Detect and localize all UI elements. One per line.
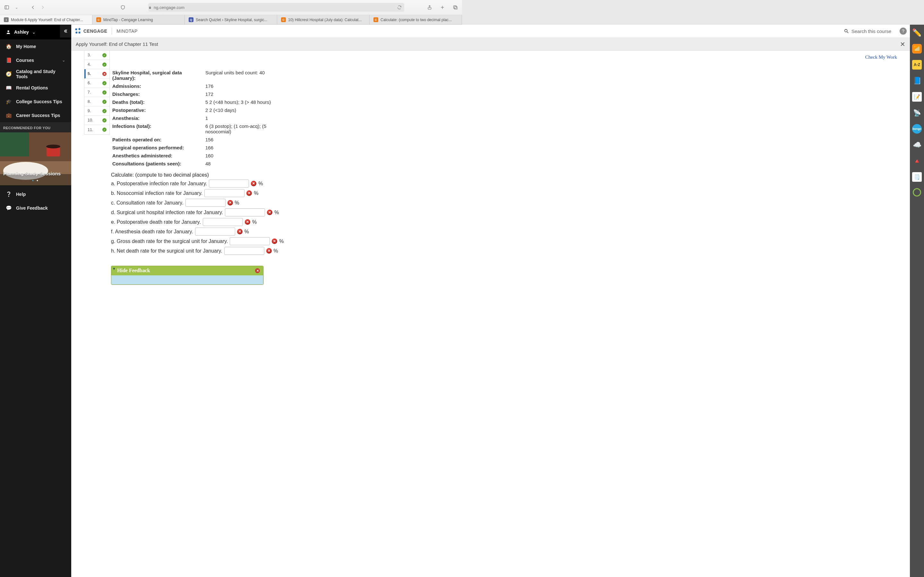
wrong-mark-icon xyxy=(246,190,252,196)
browser-tab-2[interactable]: QSearch Quizlet › Skyline Hospital, surg… xyxy=(185,15,277,24)
scenario-row: Deaths (total):5 2 (<48 hours); 3 (> 48 … xyxy=(112,98,462,106)
recommended-card[interactable]: Planning Study Sessions ● ● xyxy=(0,132,71,185)
lock-icon xyxy=(148,6,152,9)
question-nav-item[interactable]: 10.✓ xyxy=(84,116,110,125)
question-nav-item[interactable]: 7.✓ xyxy=(84,88,110,97)
calc-line: h. Net death rate for the surgical unit … xyxy=(111,247,462,255)
nav-career-tips[interactable]: 💼Career Success Tips xyxy=(0,108,71,122)
assignment-titlebar: Apply Yourself: End of Chapter 11 Test ✕ xyxy=(71,38,462,51)
check-icon: ✓ xyxy=(102,109,107,113)
scenario-value: 176 xyxy=(205,83,213,89)
close-feedback-icon[interactable]: ✕ xyxy=(255,268,260,273)
question-nav-item[interactable]: 6.✓ xyxy=(84,79,110,88)
favicon-icon: I xyxy=(4,17,9,22)
wrong-mark-icon xyxy=(266,248,272,253)
nav-feedback[interactable]: 💬Give Feedback xyxy=(0,201,71,215)
answer-input[interactable] xyxy=(224,247,264,255)
scenario-label: Discharges: xyxy=(112,91,186,97)
nav-help[interactable]: ❔Help xyxy=(0,187,71,201)
refresh-icon[interactable] xyxy=(397,5,402,10)
answer-input[interactable] xyxy=(186,199,226,207)
user-name: Ashley xyxy=(14,29,29,35)
calc-label: c. Consultation rate for January. xyxy=(111,200,184,206)
nav-my-home[interactable]: 🏠My Home xyxy=(0,39,71,53)
svg-rect-5 xyxy=(454,6,457,9)
check-icon: ✓ xyxy=(102,100,107,104)
feedback-header[interactable]: ▼ Hide Feedback ✕ xyxy=(111,266,263,276)
scenario-label: Patients operated on: xyxy=(112,137,186,142)
scenario-row: Infections (total):6 (3 postop); (1 com-… xyxy=(112,122,462,135)
question-nav-item[interactable]: 8.✓ xyxy=(84,97,110,106)
nav-college-tips[interactable]: 🎓College Success Tips xyxy=(0,95,71,108)
browser-toolbar: ⌄ ng.cengage.com xyxy=(0,0,462,15)
svg-rect-6 xyxy=(454,6,457,9)
nav-rental[interactable]: 📖Rental Options xyxy=(0,81,71,95)
browser-tab-0[interactable]: IModule 6 Apply Yourself: End of Chapter… xyxy=(0,15,92,24)
home-icon: 🏠 xyxy=(6,44,11,49)
scenario-value: 160 xyxy=(205,153,213,158)
browser-tab-1[interactable]: CMindTap - Cengage Learning xyxy=(92,15,185,24)
calc-label: f. Anesthesia death rate for January. xyxy=(111,229,193,235)
carousel-dots[interactable]: ● ● xyxy=(0,179,71,182)
svg-rect-17 xyxy=(75,31,78,34)
left-sidebar: Ashley ⌄ 🏠My Home 📕Courses⌄ 🧭Catalog and… xyxy=(0,25,71,288)
answer-input[interactable] xyxy=(204,189,244,197)
question-nav-item[interactable]: 3.✓ xyxy=(84,51,110,60)
question-nav-item[interactable]: 11.✓ xyxy=(84,125,110,134)
favicon-icon: C xyxy=(96,17,101,22)
question-nav-item[interactable]: 9.✓ xyxy=(84,106,110,116)
sidebar-toggle-icon[interactable] xyxy=(3,4,10,11)
wrong-mark-icon xyxy=(272,239,277,244)
scenario-row: Anesthesia:1 xyxy=(112,114,462,122)
nav-back-icon[interactable] xyxy=(29,4,37,11)
scenario-label: Deaths (total): xyxy=(112,99,186,105)
answer-input[interactable] xyxy=(225,208,265,216)
calc-label: h. Net death rate for the surgical unit … xyxy=(111,248,222,254)
answer-input[interactable] xyxy=(209,179,249,187)
scenario-value: 2 2 (<10 days) xyxy=(205,107,236,113)
answer-input[interactable] xyxy=(230,237,270,245)
browser-tab-3[interactable]: C10) Hillcrest Hospital (July data): Cal… xyxy=(277,15,370,24)
scenario-value: 5 2 (<48 hours); 3 (> 48 hours) xyxy=(205,99,271,105)
share-icon[interactable] xyxy=(426,4,433,11)
scenario-row: Anesthetics administered:160 xyxy=(112,152,462,160)
percent-label: % xyxy=(244,229,249,235)
url-bar[interactable]: ng.cengage.com xyxy=(148,3,404,12)
svg-rect-18 xyxy=(78,31,80,33)
scenario-label: Anesthetics administered: xyxy=(112,153,186,158)
app-main: CENGAGE MINDTAP Search this course ? App… xyxy=(71,25,462,288)
shield-icon[interactable] xyxy=(120,4,126,11)
scenario-label: Infections (total): xyxy=(112,123,186,134)
collapse-sidebar-button[interactable] xyxy=(60,25,71,37)
calc-label: b. Nosocomial infection rate for January… xyxy=(111,190,202,196)
answer-input[interactable] xyxy=(203,218,243,226)
check-icon: ✓ xyxy=(102,90,107,95)
question-nav-item[interactable]: 4.✓ xyxy=(84,60,110,69)
open-book-icon: 📖 xyxy=(6,85,11,91)
tabs-overview-icon[interactable] xyxy=(452,4,459,11)
collapse-triangle-icon[interactable]: ▼ xyxy=(112,267,116,271)
dropdown-chevron-icon[interactable]: ⌄ xyxy=(13,4,20,11)
nav-courses[interactable]: 📕Courses⌄ xyxy=(0,53,71,67)
url-text: ng.cengage.com xyxy=(153,5,184,10)
question-nav-item[interactable]: 5.✕ xyxy=(84,69,110,79)
cengage-logo-icon xyxy=(74,27,81,35)
percent-label: % xyxy=(252,219,257,225)
chevron-down-icon: ⌄ xyxy=(62,58,65,63)
favicon-icon: C xyxy=(373,17,378,22)
nav-catalog[interactable]: 🧭Catalog and Study Tools xyxy=(0,67,71,81)
bed-count: Surgical units bed count: 40 xyxy=(205,70,265,81)
scenario-value: 48 xyxy=(205,161,211,166)
check-icon: ✓ xyxy=(102,118,107,122)
recommended-header: RECOMMENDED FOR YOU xyxy=(0,122,71,132)
new-tab-icon[interactable] xyxy=(439,4,446,11)
browser-tab-4[interactable]: CCalculate: (compute to two decimal plac… xyxy=(370,15,462,24)
app-header: CENGAGE MINDTAP Search this course ? xyxy=(71,25,462,38)
calc-line: b. Nosocomial infection rate for January… xyxy=(111,189,462,197)
gradcap-icon: 🎓 xyxy=(6,99,11,105)
nav-forward-icon[interactable] xyxy=(39,4,46,11)
calc-line: d. Surgical unit hospital infection rate… xyxy=(111,208,462,216)
scenario-label: Surgical operations performed: xyxy=(112,145,186,150)
scenario-value: 6 (3 postop); (1 com-acq); (5 nosocomial… xyxy=(205,123,289,134)
answer-input[interactable] xyxy=(195,227,235,235)
